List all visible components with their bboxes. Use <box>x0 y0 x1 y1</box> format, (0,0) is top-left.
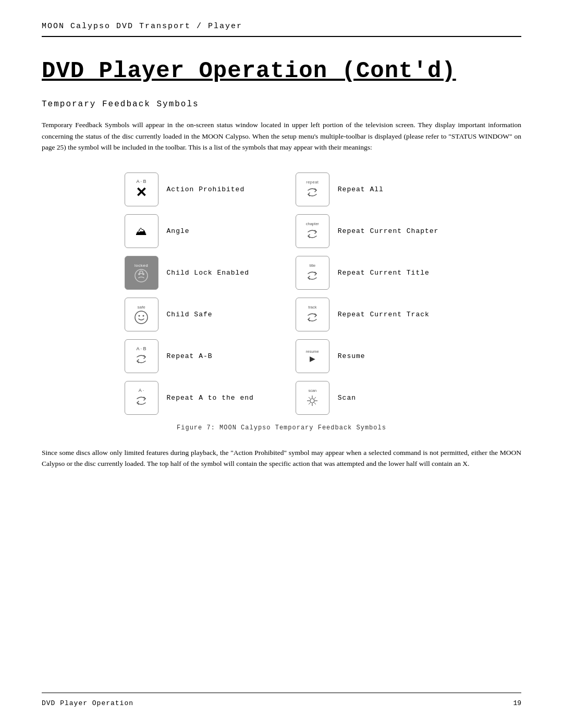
angle-symbol: ⛰ <box>125 214 158 248</box>
repeat-title-icon <box>305 268 320 283</box>
a-label: A · <box>139 388 144 393</box>
header: MOON Calypso DVD Transport / Player <box>42 0 521 37</box>
smile-icon <box>134 310 149 325</box>
action-prohibited-label: Action Prohibited <box>167 186 245 193</box>
repeat-title-label: Repeat Current Title <box>338 269 430 277</box>
svg-line-14 <box>314 397 316 399</box>
list-item: repeat Repeat All <box>296 169 439 211</box>
list-item: scan Scan <box>296 377 439 419</box>
repeat-chapter-symbol: chapter <box>296 214 329 248</box>
footer-page-number: 19 <box>513 699 521 707</box>
locked-label: locked <box>134 263 148 268</box>
body-text-1: Temporary Feedback Symbols will appear i… <box>42 119 521 153</box>
scan-symbol: scan <box>296 381 329 415</box>
lock-face-icon <box>134 268 149 283</box>
list-item: resume ▶ Resume <box>296 336 439 377</box>
repeat-chapter-icon <box>305 227 320 241</box>
scan-icon <box>305 393 320 408</box>
repeat-ab-icon <box>134 352 149 366</box>
figure-caption: Figure 7: MOON Calypso Temporary Feedbac… <box>42 424 521 431</box>
scan-label-text: Scan <box>338 394 356 402</box>
resume-label: resume <box>306 349 319 354</box>
svg-point-4 <box>135 311 148 324</box>
child-lock-label: Child Lock Enabled <box>167 269 249 277</box>
footer-label: DVD Player Operation <box>42 699 133 707</box>
repeat-all-icon <box>305 185 320 200</box>
safe-label: safe <box>138 305 145 310</box>
section-heading: Temporary Feedback Symbols <box>42 100 521 109</box>
x-icon: ✕ <box>136 184 147 201</box>
list-item: A · B ✕ Action Prohibited <box>125 169 254 211</box>
repeat-chapter-label: Repeat Current Chapter <box>338 227 439 235</box>
page: MOON Calypso DVD Transport / Player DVD … <box>0 0 563 728</box>
list-item: track Repeat Current Track <box>296 294 439 336</box>
svg-line-12 <box>309 397 311 399</box>
chapter-label: chapter <box>306 221 319 226</box>
angle-label: Angle <box>167 227 190 235</box>
play-icon: ▶ <box>310 354 315 363</box>
ab-label: A · B <box>137 179 146 184</box>
footer: DVD Player Operation 19 <box>42 693 521 707</box>
resume-symbol: resume ▶ <box>296 339 329 373</box>
child-safe-label: Child Safe <box>167 311 213 318</box>
list-item: locked Child Lock Enabled <box>125 252 254 294</box>
title-label: title <box>309 263 315 268</box>
repeat-track-icon <box>305 310 320 325</box>
scan-label: scan <box>308 388 316 393</box>
repeat-title-symbol: title <box>296 256 329 290</box>
repeat-track-symbol: track <box>296 298 329 331</box>
body-text-2: Since some discs allow only limited feat… <box>42 447 521 470</box>
svg-point-6 <box>143 315 144 316</box>
resume-label-text: Resume <box>338 352 365 360</box>
right-symbols-col: repeat Repeat All chapter <box>296 169 439 419</box>
child-safe-symbol: safe <box>125 298 158 331</box>
header-title: MOON Calypso DVD Transport / Player <box>42 22 242 31</box>
track-label: track <box>308 305 316 310</box>
repeat-a-end-label: Repeat A to the end <box>167 394 254 402</box>
child-lock-symbol: locked <box>125 256 158 290</box>
left-symbols-col: A · B ✕ Action Prohibited ⛰ Angle locked <box>125 169 254 419</box>
repeat-track-label: Repeat Current Track <box>338 311 430 318</box>
svg-line-15 <box>309 402 311 404</box>
list-item: safe Child Safe <box>125 294 254 336</box>
repeat-label: repeat <box>306 180 319 184</box>
list-item: A · B Repeat A-B <box>125 336 254 377</box>
svg-point-5 <box>139 315 140 316</box>
list-item: ⛰ Angle <box>125 211 254 252</box>
repeat-all-label: Repeat All <box>338 186 384 193</box>
repeat-a-end-symbol: A · <box>125 381 158 415</box>
repeat-all-symbol: repeat <box>296 172 329 206</box>
symbols-grid: A · B ✕ Action Prohibited ⛰ Angle locked <box>42 169 521 419</box>
svg-point-7 <box>310 399 314 403</box>
repeat-ab-symbol: A · B <box>125 339 158 373</box>
repeat-a-end-icon <box>134 393 149 408</box>
action-prohibited-symbol: A · B ✕ <box>125 172 158 206</box>
svg-line-13 <box>314 402 316 404</box>
main-title: DVD Player Operation (Cont'd) <box>42 58 521 84</box>
repeat-ab-label: Repeat A-B <box>167 352 213 360</box>
list-item: title Repeat Current Title <box>296 252 439 294</box>
ab-label-2: A · B <box>137 346 146 351</box>
list-item: chapter Repeat Current Chapter <box>296 211 439 252</box>
svg-rect-3 <box>140 271 143 274</box>
angle-icon: ⛰ <box>136 225 147 238</box>
list-item: A · Repeat A to the end <box>125 377 254 419</box>
